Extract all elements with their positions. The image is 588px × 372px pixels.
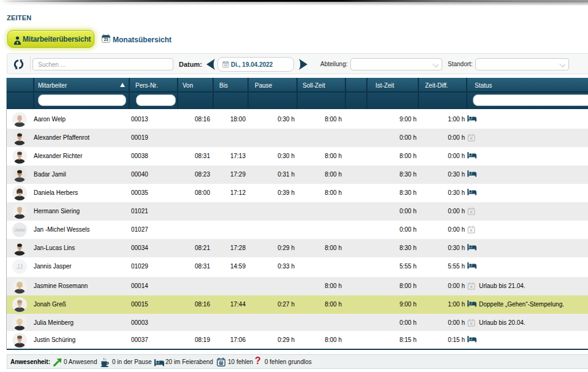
svg-text:23: 23 (104, 37, 108, 42)
svg-text:12: 12 (224, 63, 228, 67)
svg-text:JMW: JMW (14, 227, 25, 233)
svg-text:JJ: JJ (17, 264, 23, 270)
